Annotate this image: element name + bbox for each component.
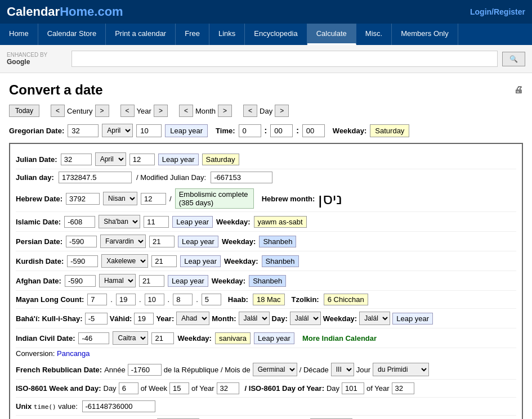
conversion-label: Conversion: [16,349,55,358]
indian-weekday-value: sanivara [215,332,251,344]
afghan-day-input[interactable] [139,275,164,287]
baha-weekday-select[interactable]: Jalál [359,312,390,325]
iso-year-input[interactable] [217,382,239,394]
baha-day-label: Day: [272,314,288,323]
month-prev-button[interactable]: < [179,105,193,117]
gregorian-weekday-label: Weekday: [333,127,366,135]
baha-year-label: Year: [156,314,174,323]
hebrew-day-input[interactable] [141,193,166,205]
search-input[interactable] [71,51,498,67]
baha-vahid-input[interactable] [134,313,154,325]
baha-kull-input[interactable] [85,313,108,325]
kurdish-month-select[interactable]: Xakelewe [101,254,148,268]
nav-free[interactable]: Free [176,24,209,45]
nav-links[interactable]: Links [209,24,245,45]
french-annee-input[interactable] [128,364,162,376]
today-button[interactable]: Today [9,105,39,117]
nav-misc[interactable]: Misc. [356,24,392,45]
gregorian-year-input[interactable] [68,124,99,137]
persian-date-row: Persian Date: Farvardin Leap year Weekda… [16,232,516,251]
julian-jd-input[interactable] [59,172,132,183]
gregorian-min-input[interactable] [270,124,293,137]
islamic-month-select[interactable]: Sha'ban [99,215,140,228]
nav-encyclopedia[interactable]: Encyclopedia [245,24,307,45]
indian-year-input[interactable] [78,332,109,344]
gregorian-month-select[interactable]: April [102,124,133,137]
french-de-la: de la République / Mois de [164,366,251,374]
iso-row: ISO-8601 Week and Day: Day of Week of Ye… [16,380,516,398]
page-title: Convert a date [9,82,103,98]
baha-weekday-label: Weekday: [323,314,357,323]
mayan-v1-input[interactable] [87,294,107,305]
afghan-leap-badge: Leap year [168,275,208,287]
nav-print-calendar[interactable]: Print a calendar [106,24,176,45]
gregorian-hour-input[interactable] [239,124,261,137]
julian-mjd-input[interactable] [211,172,272,183]
french-decade-select[interactable]: III [331,363,354,376]
mayan-v4-input[interactable] [173,294,193,305]
unix-value-input[interactable] [82,400,155,412]
persian-month-select[interactable]: Farvardin [100,235,146,248]
nav-home[interactable]: Home [0,24,38,45]
pancanga-link[interactable]: Pancanga [57,349,90,358]
mayan-v2-input[interactable] [116,294,136,305]
kurdish-label: Kurdish Date: [16,257,64,265]
month-nav: < Month > [179,105,232,117]
persian-label: Persian Date: [16,237,62,246]
baha-month-select[interactable]: Jalál [239,312,270,325]
islamic-year-input[interactable] [64,216,95,228]
iso-day-input[interactable] [119,382,138,394]
afghan-year-input[interactable] [65,275,96,287]
more-indian-link[interactable]: More Indian Calendar [302,334,377,343]
month-next-button[interactable]: > [218,105,232,117]
logo-com: .com [94,4,123,19]
gregorian-sec-input[interactable] [302,124,325,137]
french-jour-select[interactable]: du Primidi [373,363,429,376]
indian-day-input[interactable] [151,332,174,344]
indian-month-select[interactable]: Caitra [113,331,148,345]
century-prev-button[interactable]: < [51,105,65,117]
julian-day-input[interactable] [129,154,155,165]
persian-weekday-label: Weekday: [222,237,256,246]
baha-year-select[interactable]: Ahad [176,312,209,325]
iso-year2-input[interactable] [392,382,414,394]
gregorian-label: Gregorian Date: [9,127,64,135]
julian-year-input[interactable] [61,154,92,165]
hebrew-month-select[interactable]: Nisan [103,192,137,205]
persian-year-input[interactable] [66,236,97,247]
print-icon[interactable]: 🖨 [514,85,523,95]
julian-label: Julian Date: [16,155,57,164]
hebrew-year-input[interactable] [66,193,100,205]
nav-calculate[interactable]: Calculate [307,24,356,45]
iso-label: ISO-8601 Week and Day: [16,384,101,393]
nav-members[interactable]: Members Only [392,24,458,45]
hebrew-month-label: Hebrew month: [262,195,315,203]
baha-day-select[interactable]: Jalál [290,312,321,325]
year-next-button[interactable]: > [154,105,168,117]
baha-month-label: Month: [212,314,236,323]
afghan-month-select[interactable]: Hamal [99,274,136,287]
day-prev-button[interactable]: < [243,105,257,117]
persian-day-input[interactable] [149,236,175,247]
gregorian-day-input[interactable] [136,124,162,137]
julian-month-select[interactable]: April [95,152,126,166]
kurdish-year-input[interactable] [67,255,98,267]
nav-calendar-store[interactable]: Calendar Store [38,24,106,45]
iso-day2-input[interactable] [342,382,364,394]
century-next-button[interactable]: > [95,105,109,117]
mayan-v5-input[interactable] [202,294,221,305]
islamic-day-input[interactable] [144,216,169,228]
search-button[interactable]: 🔍 [502,52,525,66]
iso-week-input[interactable] [169,382,189,394]
french-mois-select[interactable]: Germinal [253,363,297,376]
mayan-label: Mayan Long Count: [16,295,84,304]
afghan-weekday-label: Weekday: [212,277,245,285]
month-label: Month [195,107,216,115]
mayan-haab-value: 18 Mac [253,294,285,305]
mayan-v3-input[interactable] [145,294,164,305]
day-next-button[interactable]: > [275,105,289,117]
gregorian-weekday-value: Saturday [370,124,409,137]
year-prev-button[interactable]: < [120,105,135,117]
login-link[interactable]: Login/Register [470,7,525,16]
kurdish-day-input[interactable] [151,255,177,267]
